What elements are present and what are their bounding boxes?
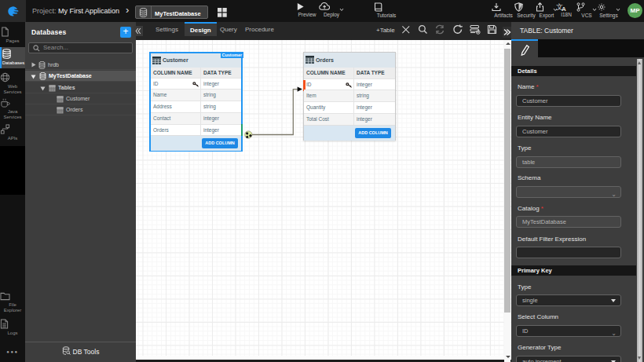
svg-text:A: A: [562, 5, 566, 12]
